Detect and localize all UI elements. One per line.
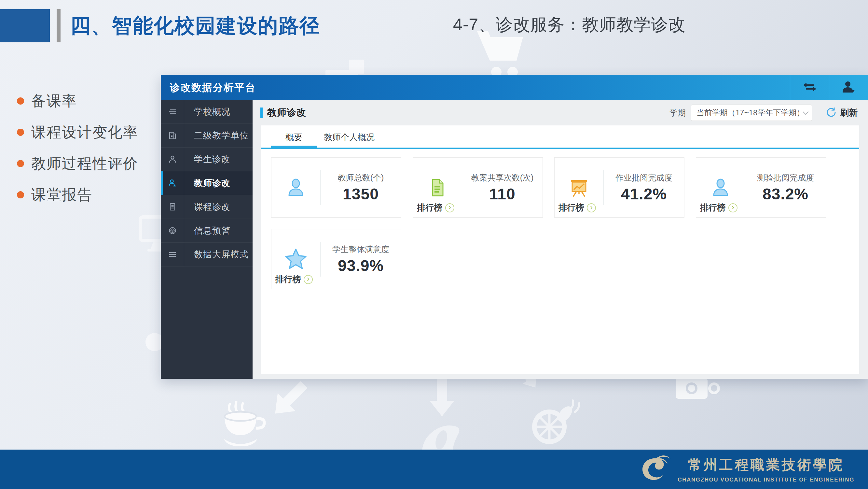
chevron-down-icon bbox=[803, 109, 808, 115]
dart-wheel-icon bbox=[527, 399, 582, 448]
diagonal-arrow-icon bbox=[260, 375, 316, 428]
stat-card-teacher-total: 教师总数(个) 1350 bbox=[271, 157, 401, 218]
sidebar-item-info-warning[interactable]: 信息预警 bbox=[161, 219, 253, 243]
chevron-right-icon: › bbox=[728, 203, 738, 212]
ranking-link[interactable]: 排行榜 › bbox=[558, 202, 596, 213]
down-arrow-icon bbox=[429, 378, 455, 418]
ranking-label: 排行榜 bbox=[275, 274, 301, 285]
tab-teacher-profile[interactable]: 教师个人概况 bbox=[317, 125, 382, 149]
stat-cards: 教师总数(个) 1350 bbox=[261, 149, 859, 298]
stat-label: 测验批阅完成度 bbox=[757, 172, 814, 183]
list-item: 教师过程性评价 bbox=[17, 148, 138, 179]
stat-label: 教师总数(个) bbox=[338, 172, 384, 183]
ranking-link[interactable]: 排行榜 › bbox=[275, 274, 313, 285]
list-item: 备课率 bbox=[17, 85, 138, 117]
page-title: 教师诊改 bbox=[267, 106, 306, 119]
stat-value: 41.2% bbox=[621, 185, 667, 203]
stat-label: 作业批阅完成度 bbox=[615, 172, 673, 183]
bullet-text: 课堂报告 bbox=[31, 185, 92, 205]
list-item: 课堂报告 bbox=[17, 179, 138, 210]
sidebar-item-label: 学生诊改 bbox=[184, 148, 253, 171]
bullet-dot bbox=[17, 160, 24, 167]
chevron-right-icon: › bbox=[445, 203, 454, 212]
bullet-text: 备课率 bbox=[31, 91, 77, 111]
ranking-label: 排行榜 bbox=[700, 202, 725, 213]
school-logo-mark-icon bbox=[639, 455, 671, 484]
student-person-icon bbox=[161, 148, 184, 171]
sidebar-item-label: 数据大屏模式 bbox=[184, 243, 253, 266]
refresh-button[interactable]: 刷新 bbox=[826, 107, 858, 119]
coffee-cup-icon bbox=[217, 395, 276, 453]
sidebar-item-big-screen-mode[interactable]: 数据大屏模式 bbox=[161, 243, 253, 266]
bullet-dot bbox=[17, 129, 24, 136]
semester-value: 当前学期（17~18学年下学期） bbox=[696, 108, 799, 118]
stat-card-lesson-shares: 教案共享次数(次) 110 排行榜 › bbox=[413, 157, 543, 218]
bullet-list: 备课率 课程设计变化率 教师过程性评价 课堂报告 bbox=[17, 85, 138, 210]
school-name-zh: 常州工程職業技術學院 bbox=[688, 456, 844, 474]
sidebar-item-label: 学校概况 bbox=[184, 100, 253, 124]
tab-overview[interactable]: 概要 bbox=[271, 125, 317, 149]
stat-label: 教案共享次数(次) bbox=[471, 172, 534, 183]
bullet-dot bbox=[17, 191, 24, 198]
slide-title: 四、智能化校园建设的路径 bbox=[70, 9, 320, 42]
content-header: 教师诊改 学期 当前学期（17~18学年下学期） 刷新 bbox=[253, 100, 868, 125]
user-button[interactable] bbox=[829, 75, 868, 100]
chevron-right-icon: › bbox=[304, 275, 313, 284]
stat-label: 学生整体满意度 bbox=[332, 244, 389, 255]
title-accent-bar bbox=[57, 9, 61, 42]
app-topbar: 诊改数据分析平台 bbox=[161, 75, 868, 100]
sidebar-item-label: 课程诊改 bbox=[184, 195, 253, 219]
semester-label: 学期 bbox=[670, 108, 686, 118]
sidebar-item-student-diagnosis[interactable]: 学生诊改 bbox=[161, 148, 253, 171]
school-logo: 常州工程職業技術學院 CHANGZHOU VOCATIONAL INSTITUT… bbox=[639, 455, 854, 484]
camera-icon bbox=[676, 375, 721, 401]
stat-card-homework-review: 作业批阅完成度 41.2% 排行榜 › bbox=[554, 157, 684, 218]
list-item: 课程设计变化率 bbox=[17, 117, 138, 148]
user-icon bbox=[842, 81, 856, 94]
sidebar-item-label: 信息预警 bbox=[184, 219, 253, 243]
main-content: 教师诊改 学期 当前学期（17~18学年下学期） 刷新 bbox=[253, 100, 868, 379]
transfer-icon bbox=[803, 82, 817, 94]
stat-value: 83.2% bbox=[763, 185, 808, 203]
sidebar-item-label: 二级教学单位 bbox=[184, 124, 253, 148]
tab-underline bbox=[261, 148, 859, 149]
menu-lines-icon bbox=[161, 100, 184, 124]
sidebar: 学校概况 二级教学单位 学生诊改 bbox=[161, 100, 253, 379]
teacher-person-icon bbox=[161, 171, 184, 195]
sidebar-item-teacher-diagnosis[interactable]: 教师诊改 bbox=[161, 171, 253, 195]
building-icon bbox=[161, 124, 184, 148]
ranking-link[interactable]: 排行榜 › bbox=[700, 202, 738, 213]
sidebar-item-secondary-units[interactable]: 二级教学单位 bbox=[161, 124, 253, 148]
app-window: 诊改数据分析平台 bbox=[161, 75, 868, 379]
refresh-label: 刷新 bbox=[840, 107, 858, 119]
refresh-icon bbox=[826, 107, 836, 119]
semester-select[interactable]: 当前学期（17~18学年下学期） bbox=[691, 105, 812, 121]
ranking-link[interactable]: 排行榜 › bbox=[417, 202, 454, 213]
stat-value: 110 bbox=[489, 185, 515, 203]
ranking-label: 排行榜 bbox=[558, 202, 584, 213]
stat-card-quiz-review: 测验批阅完成度 83.2% 排行榜 › bbox=[696, 157, 826, 218]
footer-bar: 常州工程職業技術學院 CHANGZHOU VOCATIONAL INSTITUT… bbox=[0, 450, 868, 489]
tab-label: 概要 bbox=[285, 132, 302, 143]
chevron-right-icon: › bbox=[587, 203, 596, 212]
app-title: 诊改数据分析平台 bbox=[170, 81, 790, 94]
stat-value: 93.9% bbox=[338, 257, 384, 275]
slide: 四、智能化校园建设的路径 4-7、诊改服务：教师教学诊改 备课率 课程设计变化率… bbox=[0, 0, 868, 489]
title-accent-square bbox=[0, 9, 50, 42]
person-icon bbox=[272, 158, 320, 217]
tab-bar: 概要 教师个人概况 bbox=[261, 125, 859, 149]
stat-value: 1350 bbox=[343, 185, 379, 203]
stat-card-student-satisfaction: 学生整体满意度 93.9% 排行榜 › bbox=[271, 229, 401, 289]
school-name-en: CHANGZHOU VOCATIONAL INSTITUTE OF ENGINE… bbox=[678, 477, 854, 483]
transfer-button[interactable] bbox=[790, 75, 829, 100]
page-title-accent bbox=[260, 108, 262, 118]
bullet-text: 课程设计变化率 bbox=[31, 122, 138, 142]
sidebar-item-course-diagnosis[interactable]: 课程诊改 bbox=[161, 195, 253, 219]
bullet-dot bbox=[17, 97, 24, 105]
app-body: 学校概况 二级教学单位 学生诊改 bbox=[161, 100, 868, 379]
ranking-label: 排行榜 bbox=[417, 202, 442, 213]
bullet-text: 教师过程性评价 bbox=[31, 154, 138, 173]
target-icon bbox=[161, 219, 184, 243]
sidebar-item-school-overview[interactable]: 学校概况 bbox=[161, 100, 253, 124]
slide-subtitle: 4-7、诊改服务：教师教学诊改 bbox=[453, 9, 685, 40]
